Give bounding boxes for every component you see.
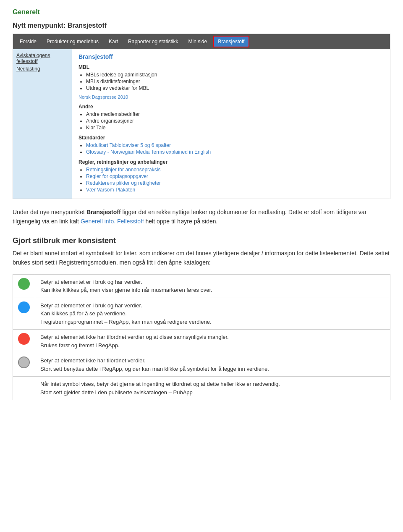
symbol-green-line2: Kan ikke klikkes på, men viser gjerne in… [40, 287, 212, 293]
symbol-cell-green [13, 274, 35, 298]
andre-label: Andre [79, 104, 383, 110]
list-item: Andre organisasjoner [86, 118, 383, 124]
list-item: Klar Tale [86, 125, 383, 131]
regler-link-3[interactable]: Redaktørens plikter og rettigheter [86, 180, 161, 186]
nav-rapporter[interactable]: Rapporter og statistikk [124, 37, 182, 47]
table-row: Betyr at elementet er i bruk og har verd… [13, 298, 390, 330]
regler-link-2[interactable]: Regler for opplagsoppgaver [86, 173, 148, 179]
standarder-link-2[interactable]: Glossary - Norwegian Media Terms explain… [86, 149, 211, 155]
blue-circle-icon [18, 301, 30, 313]
nav-minside[interactable]: Min side [184, 37, 212, 47]
table-row: Betyr at elementet er i bruk og har verd… [13, 274, 390, 298]
list-item: Regler for opplagsoppgaver [86, 173, 383, 179]
standarder-label: Standarder [79, 135, 383, 141]
table-row: Betyr at elementet ikke har tilordnet ve… [13, 330, 390, 353]
page-title: Generelt [13, 8, 390, 16]
body-text-bold: Bransjestoff [86, 209, 121, 215]
symbol-desc-green: Betyr at elementet er i bruk og har verd… [35, 274, 390, 298]
nav-produkter[interactable]: Produkter og mediehus [42, 37, 103, 47]
screenshot-container: Forside Produkter og mediehus Kart Rappo… [13, 34, 390, 199]
symbol-table: Betyr at elementet er i bruk og har verd… [13, 274, 390, 401]
table-row: Når intet symbol vises, betyr det gjerne… [13, 377, 390, 400]
symbol-cell-gray [13, 353, 35, 377]
green-circle-icon [18, 278, 30, 290]
list-item: MBLs distriktsforeninger [86, 79, 383, 84]
regler-link-4[interactable]: Vær Varsom-Plakaten [86, 187, 135, 193]
sidebar-link-nedlasting[interactable]: Nedlasting [16, 66, 68, 72]
symbol-blue-line2: Kan klikkes på for å se på verdiene. [40, 310, 127, 317]
list-item: MBLs ledelse og administrasjon [86, 72, 383, 78]
body-text-end: helt oppe til høyre på siden. [144, 218, 218, 225]
screenshot-content: Aviskatalogens fellesstoff Nedlasting Br… [13, 49, 390, 199]
symbol-red-line2: Brukes først og fremst i RegApp. [40, 342, 120, 349]
list-item: Andre medlemsbedrifter [86, 111, 383, 117]
norsk-label: Norsk Dagspresse 2010 [79, 94, 383, 100]
list-item: Redaktørens plikter og rettigheter [86, 180, 383, 186]
sidebar: Aviskatalogens fellesstoff Nedlasting [13, 49, 72, 199]
symbol-blue-line3: I registreringsprogrammet – RegApp, kan … [40, 319, 212, 325]
nav-kart[interactable]: Kart [105, 37, 122, 47]
regler-label: Regler, retningslinjer og anbefalinger [79, 159, 383, 165]
symbol-cell-none [13, 377, 35, 400]
section2-body: Det er blant annet innført et symbolsett… [13, 249, 390, 267]
list-item: Glossary - Norwegian Media Terms explain… [86, 149, 383, 155]
symbol-red-line1: Betyr at elementet ikke har tilordnet ve… [40, 334, 229, 340]
mbl-label: MBL [79, 64, 383, 70]
standarder-link-1[interactable]: Modulkart Tabloidaviser 5 og 6 spalter [86, 142, 171, 148]
regler-list: Retningslinjer for annonsepraksis Regler… [86, 167, 383, 193]
symbol-blue-line1: Betyr at elementet er i bruk og har verd… [40, 302, 142, 309]
symbol-cell-red [13, 330, 35, 353]
symbol-desc-red: Betyr at elementet ikke har tilordnet ve… [35, 330, 390, 353]
red-circle-icon [18, 333, 30, 345]
gray-circle-icon [18, 356, 30, 368]
symbol-desc-blue: Betyr at elementet er i bruk og har verd… [35, 298, 390, 330]
body-text-before-bold: Under det nye menypunktet [13, 209, 86, 215]
andre-list: Andre medlemsbedrifter Andre organisasjo… [86, 111, 383, 131]
standarder-list: Modulkart Tabloidaviser 5 og 6 spalter G… [86, 142, 383, 155]
symbol-gray-line1: Betyr at elementet ikke har tilordnet ve… [40, 357, 146, 364]
nav-forside[interactable]: Forside [16, 37, 41, 47]
list-item: Utdrag av vedtekter for MBL [86, 85, 383, 91]
symbol-gray-line2: Stort sett benyttes dette i RegApp, og d… [40, 366, 269, 372]
symbol-cell-blue [13, 298, 35, 330]
symbol-desc-none: Når intet symbol vises, betyr det gjerne… [35, 377, 390, 400]
symbol-none-line2: Stort sett gjelder dette i den publisert… [40, 389, 193, 396]
list-item: Vær Varsom-Plakaten [86, 187, 383, 193]
mbl-list: MBLs ledelse og administrasjon MBLs dist… [86, 72, 383, 91]
regler-link-1[interactable]: Retningslinjer for annonsepraksis [86, 167, 160, 173]
symbol-desc-gray: Betyr at elementet ikke har tilordnet ve… [35, 353, 390, 377]
body-paragraph-1: Under det nye menypunktet Bransjestoff l… [13, 207, 390, 226]
section1-heading: Nytt menypunkt: Bransjestoff [13, 22, 390, 29]
generell-info-link[interactable]: Generell info. Fellesstoff [81, 218, 144, 225]
symbol-green-line1: Betyr at elementet er i bruk og har verd… [40, 279, 142, 285]
nav-bransjestoff[interactable]: Bransjestoff [213, 36, 249, 47]
list-item: Retningslinjer for annonsepraksis [86, 167, 383, 173]
list-item: Modulkart Tabloidaviser 5 og 6 spalter [86, 142, 383, 148]
nav-bar: Forside Produkter og mediehus Kart Rappo… [13, 34, 390, 49]
table-row: Betyr at elementet ikke har tilordnet ve… [13, 353, 390, 377]
section2-heading: Gjort stilbruk mer konsistent [13, 236, 390, 245]
bransjestoff-content: Bransjestoff MBL MBLs ledelse og adminis… [72, 49, 390, 199]
sidebar-link-fellesstoff[interactable]: Aviskatalogens fellesstoff [16, 52, 68, 64]
symbol-none-line1: Når intet symbol vises, betyr det gjerne… [40, 381, 280, 387]
bransjestoff-heading: Bransjestoff [79, 53, 383, 60]
